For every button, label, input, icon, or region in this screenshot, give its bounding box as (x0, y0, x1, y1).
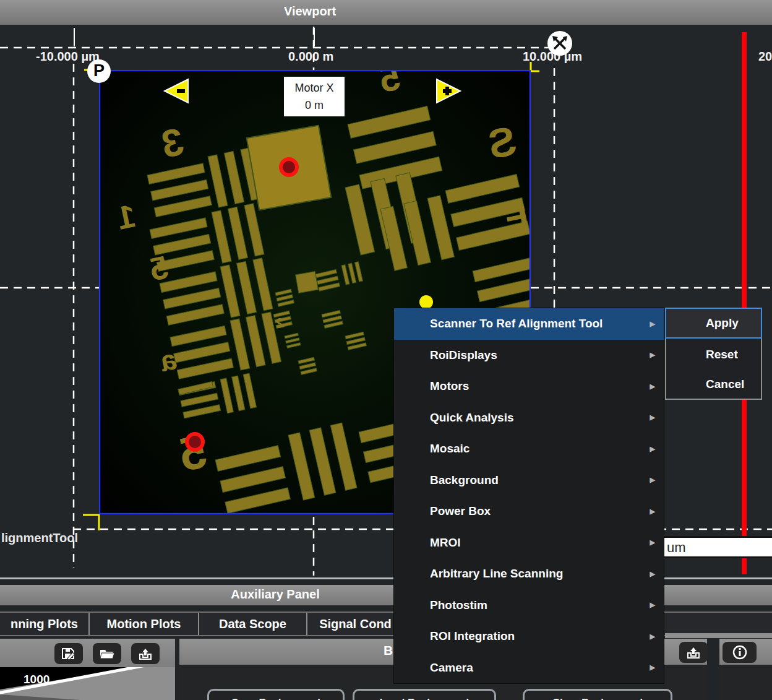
submenu-arrow-icon: ▶ (650, 382, 655, 391)
selected-point[interactable] (419, 295, 433, 309)
context-menu: Scanner To Ref Alignment Tool ▶ RoiDispl… (393, 308, 664, 684)
tab-motion-plots[interactable]: Motion Plots (90, 613, 199, 635)
menu-item-background[interactable]: Background ▶ (394, 465, 664, 496)
upload-icon (137, 647, 153, 660)
alignment-point[interactable] (189, 436, 201, 448)
menu-item-mroi[interactable]: MROI ▶ (394, 527, 664, 559)
load-plot-button[interactable] (93, 643, 121, 664)
motor-value: 0 m (284, 97, 345, 115)
alignment-submenu: Apply Reset Cancel (665, 308, 762, 400)
alignment-point[interactable] (283, 161, 295, 173)
submenu-arrow-icon: ▶ (650, 538, 655, 547)
motor-step-plus-button[interactable] (435, 77, 464, 105)
folder-open-icon (99, 647, 115, 660)
motor-position-label: Motor X 0 m (284, 77, 345, 116)
submenu-arrow-icon: ▶ (650, 476, 655, 484)
clear-background-button[interactable]: Clear Background (523, 689, 672, 700)
info-panel (719, 639, 772, 700)
viewport-title: Viewport (0, 4, 620, 19)
scanning-plot[interactable]: 1000 (0, 667, 175, 700)
application-window: Viewport -10.000 µm 0.000 m 10.000 µm 20 (0, 0, 772, 700)
red-cursor-line[interactable] (742, 32, 747, 536)
submenu-arrow-icon: ▶ (650, 663, 655, 672)
menu-item-power-box[interactable]: Power Box ▶ (394, 496, 664, 527)
submenu-item-cancel[interactable]: Cancel (666, 369, 761, 400)
menu-item-roi-integration[interactable]: ROI Integration ▶ (394, 621, 664, 652)
tab-scanning-plots[interactable]: nning Plots (0, 613, 90, 635)
save-plot-button[interactable] (54, 643, 83, 664)
menu-item-camera[interactable]: Camera ▶ (394, 652, 664, 684)
submenu-item-reset[interactable]: Reset (666, 339, 761, 370)
panel-top-strip (665, 633, 772, 638)
viewport-titlebar: Viewport (0, 0, 772, 25)
menu-item-mosaic[interactable]: Mosaic ▶ (394, 433, 664, 465)
tab-data-scope[interactable]: Data Scope (199, 613, 307, 635)
move-handle-icon[interactable] (547, 30, 573, 56)
submenu-arrow-icon: ▶ (650, 413, 655, 421)
tab-signal-conditioning[interactable]: Signal Cond (307, 613, 403, 635)
export-plot-button[interactable] (131, 643, 160, 664)
submenu-arrow-icon: ▶ (650, 601, 655, 609)
menu-item-arbitrary-line-scanning[interactable]: Arbitrary Line Scanning ▶ (394, 558, 664, 590)
submenu-arrow-icon: ▶ (650, 508, 655, 516)
motor-name: Motor X (284, 80, 345, 97)
save-icon (61, 647, 77, 660)
submenu-item-apply[interactable]: Apply (665, 308, 762, 339)
submenu-arrow-icon: ▶ (650, 633, 655, 641)
background-panel-title: B (384, 643, 393, 658)
load-background-button[interactable]: Load Background (353, 689, 496, 700)
plot-axis-label: 1000 (24, 673, 49, 686)
submenu-arrow-icon: ▶ (650, 570, 655, 578)
motor-step-minus-button[interactable] (161, 77, 189, 105)
export-background-button[interactable] (679, 642, 708, 663)
menu-item-scanner-to-ref-alignment-tool[interactable]: Scanner To Ref Alignment Tool ▶ (394, 308, 664, 340)
info-icon (732, 645, 747, 660)
alignment-tool-label: lignmentTool (1, 531, 78, 545)
menu-item-photostim[interactable]: Photostim ▶ (394, 590, 664, 621)
plot-toolbar (0, 639, 175, 667)
submenu-arrow-icon: ▶ (650, 320, 655, 328)
upload-icon (685, 646, 701, 659)
park-marker-icon[interactable]: P (87, 59, 111, 83)
menu-item-motors[interactable]: Motors ▶ (394, 371, 664, 402)
menu-item-quick-analysis[interactable]: Quick Analysis ▶ (394, 402, 664, 434)
submenu-arrow-icon: ▶ (650, 351, 655, 359)
info-button[interactable] (723, 642, 757, 663)
menu-item-roidisplays[interactable]: RoiDisplays ▶ (394, 340, 664, 371)
save-background-button[interactable]: Save Background (207, 689, 345, 700)
red-cursor-line[interactable] (742, 558, 747, 574)
submenu-arrow-icon: ▶ (650, 445, 655, 453)
